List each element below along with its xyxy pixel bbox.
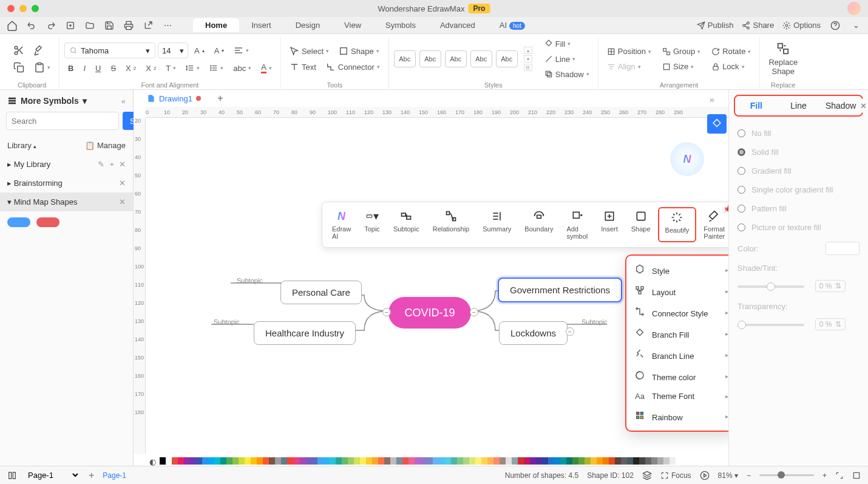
color-swatch[interactable] <box>457 457 463 465</box>
color-swatch[interactable] <box>542 457 548 465</box>
collapse-left-toggle[interactable]: − <box>382 308 391 316</box>
text-case-icon[interactable]: abc▾ <box>229 62 255 75</box>
ctx-subtopic[interactable]: Subtopic <box>387 207 426 242</box>
dd-rainbow[interactable]: Rainbow▸ <box>626 406 728 427</box>
ctx-relationship[interactable]: Relationship <box>427 207 476 242</box>
select-tool[interactable]: Select▾ <box>286 44 333 58</box>
color-swatch[interactable] <box>324 457 330 465</box>
color-swatch[interactable] <box>184 457 190 465</box>
add-page-button[interactable]: + <box>89 470 94 481</box>
fill-button[interactable]: Fill▾ <box>541 38 593 50</box>
tab-home[interactable]: Home <box>193 18 239 32</box>
collapse-right-toggle[interactable]: − <box>470 308 478 316</box>
paste-icon[interactable]: ▾ <box>30 60 54 75</box>
close-icon[interactable]: ✕ <box>119 179 126 188</box>
doc-tab-drawing1[interactable]: Drawing1 <box>140 92 208 106</box>
color-swatch[interactable] <box>609 457 615 465</box>
collapse-ribbon-icon[interactable]: ⌄ <box>850 19 862 32</box>
color-swatch[interactable] <box>263 457 269 465</box>
share-button[interactable]: Share <box>742 21 774 30</box>
color-swatch[interactable] <box>585 457 591 465</box>
color-swatch[interactable] <box>245 457 251 465</box>
color-swatch[interactable] <box>433 457 439 465</box>
style-sample-1[interactable]: Abc <box>394 50 416 67</box>
color-swatch[interactable] <box>566 457 572 465</box>
style-sample-3[interactable]: Abc <box>445 50 467 67</box>
edit-icon[interactable]: ✎ <box>98 160 104 169</box>
color-swatch[interactable] <box>633 457 639 465</box>
color-swatch[interactable] <box>196 457 202 465</box>
canvas[interactable]: N 📌 NEdraw AI ▾Topic Subtopic Relationsh… <box>146 118 728 454</box>
eyedropper-icon[interactable]: ◐ <box>146 457 160 466</box>
color-swatch[interactable] <box>663 457 670 465</box>
fullscreen-icon[interactable] <box>852 471 861 480</box>
close-panel-icon[interactable]: ✕ <box>858 99 868 113</box>
style-sample-5[interactable]: Abc <box>496 50 518 67</box>
strikethrough-icon[interactable]: S <box>107 62 120 75</box>
line-button[interactable]: Line▾ <box>541 53 593 66</box>
zoom-out-icon[interactable]: − <box>747 471 751 480</box>
options-button[interactable]: Options <box>782 21 821 30</box>
color-swatch[interactable] <box>475 457 481 465</box>
color-swatch[interactable] <box>384 457 390 465</box>
styles-down-icon[interactable]: ▾ <box>524 55 532 63</box>
user-avatar[interactable] <box>847 2 861 15</box>
color-swatch[interactable] <box>305 457 311 465</box>
color-swatch[interactable] <box>366 457 372 465</box>
color-swatch[interactable] <box>530 457 536 465</box>
home-icon[interactable] <box>6 19 18 32</box>
color-swatch[interactable] <box>281 457 287 465</box>
dd-branch-line[interactable]: Branch Line▸ <box>626 344 728 366</box>
color-swatch[interactable] <box>427 457 433 465</box>
tab-ai[interactable]: AIhot <box>487 18 537 32</box>
rotate-button[interactable]: Rotate▾ <box>708 45 754 58</box>
tab-fill[interactable]: Fill <box>735 96 778 115</box>
pages-icon[interactable] <box>7 471 17 480</box>
color-swatch[interactable] <box>651 457 657 465</box>
color-swatch[interactable] <box>657 457 663 465</box>
new-icon[interactable] <box>64 19 76 32</box>
dd-theme-font[interactable]: AaTheme Font▸ <box>626 387 728 406</box>
shade-tint-value[interactable]: 0 % ⇅ <box>815 280 846 292</box>
play-icon[interactable] <box>700 471 710 480</box>
lib-brainstorming[interactable]: ▸ Brainstorming ✕ <box>0 174 133 193</box>
color-swatch[interactable] <box>287 457 293 465</box>
color-swatch[interactable] <box>336 457 342 465</box>
more-icon[interactable]: ⋯ <box>161 19 174 32</box>
radio-picture-fill[interactable]: Picture or texture fill <box>737 218 860 237</box>
format-panel-icon[interactable] <box>707 114 727 134</box>
ctx-insert[interactable]: Insert <box>595 207 624 242</box>
color-swatch[interactable] <box>257 457 263 465</box>
save-icon[interactable] <box>103 19 115 32</box>
color-swatch[interactable] <box>572 457 578 465</box>
shape-tool[interactable]: Shape▾ <box>335 44 383 58</box>
color-swatch[interactable] <box>463 457 469 465</box>
transparency-slider[interactable] <box>737 324 804 326</box>
align-button[interactable]: Align▾ <box>603 60 655 73</box>
zoom-in-icon[interactable]: + <box>822 471 827 480</box>
ctx-summary[interactable]: Summary <box>476 207 517 242</box>
color-swatch[interactable] <box>330 457 336 465</box>
color-swatch[interactable] <box>493 457 500 465</box>
color-swatch[interactable] <box>317 457 324 465</box>
left-panel-title[interactable]: More Symbols ▾ <box>7 96 87 106</box>
shadow-button[interactable]: Shadow▾ <box>541 68 593 81</box>
add-icon[interactable]: + <box>109 160 114 169</box>
style-sample-2[interactable]: Abc <box>419 50 441 67</box>
color-swatch[interactable] <box>378 457 384 465</box>
ctx-boundary[interactable]: Boundary <box>518 207 559 242</box>
group-button[interactable]: Group▾ <box>659 45 704 58</box>
dd-layout[interactable]: Layout▸ <box>626 281 728 302</box>
ctx-shape[interactable]: Shape <box>625 207 657 242</box>
font-color-icon[interactable]: A▾ <box>257 61 276 75</box>
open-icon[interactable] <box>84 19 96 32</box>
manage-button[interactable]: 📋 Manage <box>85 141 126 150</box>
line-spacing-icon[interactable]: ▾ <box>182 62 203 74</box>
pin-icon[interactable]: 📌 <box>723 205 728 213</box>
ctx-topic[interactable]: ▾Topic <box>358 207 386 242</box>
color-swatch[interactable] <box>670 457 676 465</box>
decrease-font-icon[interactable]: A▾ <box>211 44 228 57</box>
copy-icon[interactable] <box>10 60 28 75</box>
color-swatch[interactable] <box>293 457 299 465</box>
color-swatch[interactable] <box>615 457 621 465</box>
